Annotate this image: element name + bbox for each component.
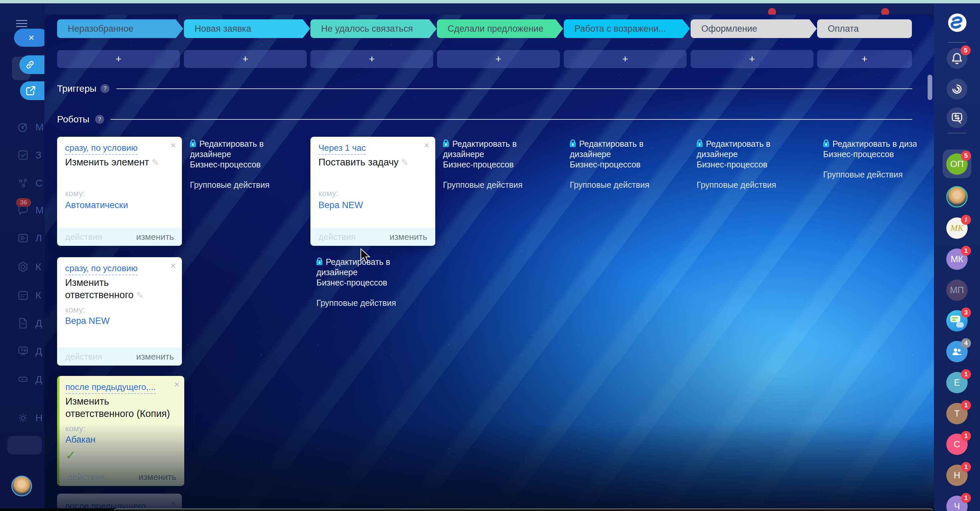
- stage-unsorted[interactable]: Неразобранное: [57, 19, 183, 38]
- robot-timing-link[interactable]: после предыдущего,...: [65, 501, 156, 508]
- add-robot-button[interactable]: +: [817, 50, 912, 68]
- edit-button[interactable]: изменить: [136, 232, 174, 242]
- menu-hamburger-icon[interactable]: [16, 18, 27, 29]
- add-robot-button[interactable]: +: [437, 50, 560, 68]
- sidebar-item-marketing[interactable]: М: [17, 121, 44, 133]
- chat-avatar-t[interactable]: Т 1: [946, 403, 968, 424]
- group-actions-link[interactable]: Групповые действия: [443, 180, 553, 190]
- chat-avatar-mk[interactable]: МК 1: [946, 249, 968, 270]
- edit-button[interactable]: изменить: [138, 472, 176, 482]
- chat-avatar-photo[interactable]: [946, 186, 968, 208]
- add-robot-button[interactable]: +: [57, 50, 180, 68]
- stage-new-request[interactable]: Новая заявка: [184, 19, 310, 38]
- sidebar-item-company[interactable]: К: [17, 260, 41, 273]
- bitrix24-logo[interactable]: [947, 13, 967, 33]
- actions-button[interactable]: действия: [65, 352, 102, 362]
- close-icon[interactable]: ×: [170, 141, 176, 149]
- robot-card-partial: после предыдущего,... ×: [57, 494, 182, 508]
- close-panel-button[interactable]: ×: [14, 29, 49, 47]
- sidebar-item-boards[interactable]: Д: [17, 345, 42, 357]
- close-icon[interactable]: ×: [174, 381, 180, 389]
- robot-card: сразу, по условию × Изменить ответственн…: [57, 257, 182, 366]
- edit-in-designer-link[interactable]: Редактировать в дизайнере: [317, 257, 426, 278]
- assignee-link[interactable]: Автоматически: [65, 200, 128, 211]
- sidebar-item-feed[interactable]: Л: [17, 232, 42, 244]
- actions-button[interactable]: действия: [65, 232, 102, 242]
- group-actions-link[interactable]: Групповые действия: [190, 180, 300, 190]
- close-icon[interactable]: ×: [424, 141, 429, 149]
- panel-scrollbar-thumb[interactable]: [928, 75, 932, 100]
- assignee-link[interactable]: Вера NEW: [318, 200, 363, 211]
- sidebar-item-sites[interactable]: С: [17, 177, 43, 189]
- add-robot-button[interactable]: +: [310, 50, 433, 68]
- robot-card: сразу, по условию × Изменить элемент✎ ко…: [57, 137, 182, 246]
- edit-in-designer-link[interactable]: Редактировать в диза: [823, 139, 916, 149]
- robot-timing-link[interactable]: сразу, по условию: [65, 263, 137, 275]
- robot-timing-link[interactable]: после предыдущего,...: [65, 382, 156, 394]
- add-robot-button[interactable]: +: [690, 50, 813, 68]
- stage-processing[interactable]: Оформление: [690, 19, 817, 38]
- actions-button[interactable]: действия: [318, 232, 355, 242]
- triggers-help-icon[interactable]: ?: [100, 84, 110, 93]
- chat-avatar-n[interactable]: Н 1: [946, 465, 968, 486]
- stage-offer-made[interactable]: Сделали предложение: [437, 19, 563, 38]
- chat-avatar-group[interactable]: 4: [946, 341, 968, 362]
- sidebar-item-tasks[interactable]: З: [17, 149, 41, 162]
- chat-avatar-op[interactable]: ОП 5: [946, 154, 968, 175]
- unread-badge: 1: [961, 462, 971, 472]
- add-robot-button[interactable]: +: [564, 50, 687, 68]
- group-actions-link[interactable]: Групповые действия: [317, 298, 426, 308]
- edit-button[interactable]: изменить: [136, 352, 174, 362]
- external-link-icon: [25, 85, 37, 97]
- close-icon[interactable]: ×: [170, 262, 176, 270]
- sidebar-bottom-button[interactable]: [7, 436, 42, 455]
- screen-bezel-edge: [113, 508, 934, 511]
- group-actions-link[interactable]: Групповые действия: [570, 180, 680, 190]
- copilot-button[interactable]: [947, 79, 967, 99]
- chat-avatar-mk-logo[interactable]: МК 1: [946, 217, 968, 239]
- assignee-link[interactable]: Вера NEW: [65, 316, 110, 326]
- robots-section-title: Роботы: [57, 114, 89, 125]
- edit-pencil-icon[interactable]: ✎: [151, 157, 159, 167]
- edit-pencil-icon[interactable]: ✎: [136, 290, 143, 300]
- chat-avatar-s[interactable]: С 1: [946, 433, 968, 455]
- chat-line: [952, 317, 958, 319]
- plus-icon: +: [622, 53, 628, 65]
- group-actions-link[interactable]: Групповые действия: [823, 170, 916, 180]
- sidebar-item-settings[interactable]: Н: [17, 412, 43, 424]
- user-avatar[interactable]: [11, 476, 32, 496]
- people-icon: [950, 345, 964, 358]
- edit-in-designer-link[interactable]: Редактировать в дизайнере: [190, 139, 300, 159]
- edit-button[interactable]: изменить: [390, 232, 427, 242]
- stage-payment[interactable]: Оплата: [817, 19, 912, 38]
- robot-timing-link[interactable]: Через 1 час: [318, 143, 366, 155]
- notifications-button[interactable]: 5: [947, 48, 967, 69]
- close-icon[interactable]: ×: [170, 500, 176, 508]
- chat-avatar-e[interactable]: Е 1: [946, 372, 968, 393]
- stage-objections[interactable]: Работа с возражени...: [564, 19, 690, 38]
- chat-bubble: [956, 322, 964, 327]
- edit-in-designer-link[interactable]: Редактировать в дизайнере: [443, 139, 553, 159]
- drive-icon: [17, 373, 29, 386]
- plus-icon: +: [495, 53, 501, 65]
- messenger-sync-button[interactable]: [947, 107, 967, 128]
- stage-no-contact[interactable]: Не удалось связаться: [310, 19, 437, 38]
- actions-button[interactable]: действия: [67, 472, 105, 482]
- assignee-link[interactable]: Абакан: [65, 435, 95, 445]
- edit-pencil-icon[interactable]: ✎: [401, 157, 409, 167]
- robot-timing-link[interactable]: сразу, по условию: [65, 143, 137, 155]
- add-robot-button[interactable]: +: [184, 50, 307, 68]
- edit-in-designer-link[interactable]: Редактировать в дизайнере: [697, 139, 807, 159]
- edit-in-designer-link[interactable]: Редактировать в дизайнере: [570, 139, 680, 159]
- sidebar-item-calendar[interactable]: К: [17, 289, 41, 302]
- chat-avatar-mp[interactable]: МП: [946, 279, 968, 301]
- assignee-label: кому:: [65, 189, 85, 198]
- chat-avatar-stickers[interactable]: 3: [946, 310, 968, 332]
- sidebar-item-documents[interactable]: Д: [17, 317, 42, 330]
- chat-avatar-ch[interactable]: Ч 1: [946, 496, 968, 511]
- robots-help-icon[interactable]: ?: [95, 115, 104, 124]
- hexagon-icon: [17, 260, 29, 273]
- group-actions-link[interactable]: Групповые действия: [697, 180, 807, 190]
- sidebar-item-drive[interactable]: Д: [17, 373, 42, 386]
- chat-bubble: [950, 316, 960, 322]
